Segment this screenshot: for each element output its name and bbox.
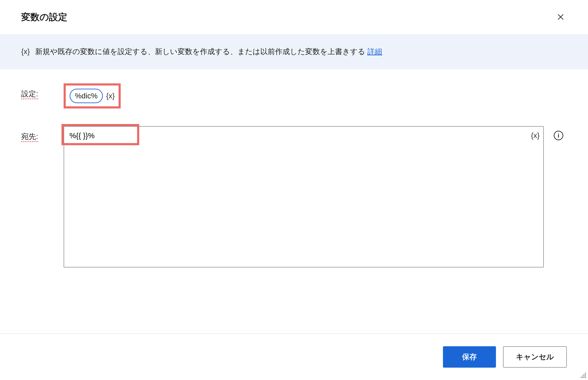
setting-label-text: 設定: (21, 90, 38, 99)
dialog-footer: 保存 キャンセル (0, 334, 588, 380)
form-area: 設定: %dic% {x} 宛先: {x} i (0, 69, 588, 334)
details-link[interactable]: 詳細 (367, 47, 382, 56)
destination-value: {x} i (64, 126, 567, 270)
setting-value: %dic% {x} (64, 83, 567, 109)
destination-label-text: 宛先: (21, 132, 38, 142)
setting-highlight-box: %dic% {x} (64, 83, 121, 109)
destination-label: 宛先: (21, 126, 64, 142)
textarea-side-icons: i (554, 130, 563, 140)
insert-variable-icon[interactable]: {x} (531, 130, 540, 141)
close-icon (557, 13, 565, 21)
destination-row: 宛先: {x} i (21, 126, 567, 270)
setting-row: 設定: %dic% {x} (21, 83, 567, 109)
variable-settings-dialog: 変数の設定 {x} 新規や既存の変数に値を設定する、新しい変数を作成する、または… (0, 0, 588, 380)
setting-label: 設定: (21, 83, 64, 99)
dialog-header: 変数の設定 (0, 0, 588, 34)
destination-textarea[interactable] (64, 126, 544, 267)
cancel-button[interactable]: キャンセル (503, 346, 567, 368)
dialog-title: 変数の設定 (21, 11, 67, 23)
variable-chip-dic[interactable]: %dic% (70, 89, 103, 103)
close-button[interactable] (554, 11, 567, 23)
variable-braces-icon: {x} (21, 46, 30, 57)
banner-description: 新規や既存の変数に値を設定する、新しい変数を作成する、または以前作成した変数を上… (35, 46, 382, 57)
info-icon[interactable]: i (554, 131, 563, 140)
insert-variable-icon[interactable]: {x} (106, 91, 115, 101)
info-banner: {x} 新規や既存の変数に値を設定する、新しい変数を作成する、または以前作成した… (0, 34, 588, 69)
save-button[interactable]: 保存 (443, 346, 496, 368)
banner-description-text: 新規や既存の変数に値を設定する、新しい変数を作成する、または以前作成した変数を上… (35, 47, 367, 56)
destination-textarea-wrap: {x} i (64, 126, 544, 270)
